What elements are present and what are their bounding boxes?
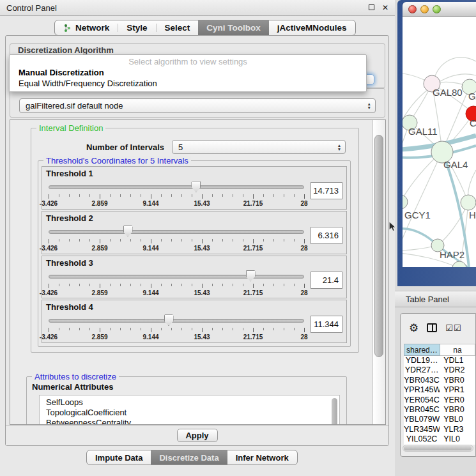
tick-label: 21.715: [243, 245, 263, 252]
table-cell[interactable]: YPR1: [440, 385, 475, 395]
close-panel-icon[interactable]: ✕: [382, 4, 388, 12]
table-row[interactable]: YPR145WYPR1: [404, 385, 475, 395]
panel-scrollbar-thumb[interactable]: [374, 135, 383, 357]
tab-select[interactable]: Select: [157, 20, 199, 35]
tick-label: 2.859: [91, 200, 107, 207]
threshold-label: Threshold 3: [46, 258, 342, 268]
table-data-combobox[interactable]: galFiltered.sif default node ▲▼: [19, 98, 376, 113]
slider-track[interactable]: [49, 230, 304, 234]
table-row[interactable]: YBR043CYBR0: [404, 376, 475, 385]
column-header-shared-name[interactable]: shared…: [404, 344, 440, 356]
attributes-list-scrollbar[interactable]: [332, 398, 337, 425]
tick-label: 21.715: [243, 200, 263, 207]
table-cell[interactable]: YBR0: [440, 376, 475, 385]
slider-track[interactable]: [49, 185, 304, 189]
interval-definition-group: Interval Definition Number of Intervals …: [31, 128, 359, 353]
combo-stepper-icon: ▲▼: [367, 102, 371, 109]
table-cell[interactable]: YLR3: [440, 425, 475, 434]
control-panel-titlebar: Control Panel ✕: [0, 0, 395, 16]
node-partial: [452, 261, 466, 267]
combo-stepper-icon: ▲▼: [337, 144, 341, 151]
slider-track[interactable]: [49, 319, 304, 323]
table-cell[interactable]: YBL0: [440, 415, 475, 424]
minimize-traffic-light-icon[interactable]: [420, 5, 429, 13]
table-row[interactable]: YDL19…YDL1: [404, 356, 475, 365]
tick-label: 2.859: [91, 289, 107, 296]
tick-label: 2.859: [91, 334, 107, 341]
tick-label: -3.426: [40, 245, 58, 252]
algorithm-option-equal-width[interactable]: Equal Width/Frequency Discretization: [10, 78, 366, 89]
slider-track[interactable]: [49, 275, 304, 279]
network-canvas[interactable]: GAL80 GA C GAL11 GAL4 GCY1 H HAP2: [403, 17, 476, 267]
table-row[interactable]: YIL052CYIL0: [404, 434, 475, 444]
tick-label: -3.426: [40, 200, 58, 207]
tab-jactivemnodules[interactable]: jActiveMNodules: [269, 20, 355, 35]
tick-label: 28: [300, 289, 307, 296]
table-data-selected-value: galFiltered.sif default node: [26, 101, 367, 111]
slider-thumb[interactable]: [246, 270, 256, 282]
table-cell[interactable]: YBR043C: [404, 376, 440, 385]
panel-vertical-scrollbar[interactable]: [372, 120, 385, 424]
tick-label: 28: [300, 334, 307, 341]
table-cell[interactable]: YBR045C: [404, 405, 440, 415]
attribute-item[interactable]: BetweennessCentrality: [46, 418, 339, 425]
table-row[interactable]: YLR345WYLR3: [404, 425, 475, 434]
table-panel-titlebar: Table Panel: [395, 291, 476, 307]
table-cell[interactable]: YLR345W: [404, 425, 440, 434]
top-tab-bar: Network Style Select Cyni Toolbox jActiv…: [54, 20, 356, 36]
float-window-icon[interactable]: [369, 4, 374, 12]
table-cell[interactable]: YIL0: [440, 434, 475, 444]
apply-button[interactable]: Apply: [177, 429, 218, 442]
table-cell[interactable]: YDL19…: [404, 356, 440, 365]
table-cell[interactable]: YDR2: [440, 365, 475, 375]
attributes-group: Attributes to discretize Numerical Attri…: [26, 376, 347, 425]
table-row[interactable]: YDR27…YDR2: [404, 365, 475, 375]
tab-discretize-data[interactable]: Discretize Data: [151, 450, 227, 464]
thresholds-group: Threshold's Coordinates for 5 Intervals …: [38, 160, 351, 347]
table-cell[interactable]: YDR27…: [404, 365, 440, 375]
slider-ticks: [49, 194, 304, 199]
slider-tick-labels: -3.4262.8599.14415.4321.71528: [49, 245, 304, 252]
attribute-item[interactable]: TopologicalCoefficient: [46, 408, 339, 418]
table-cell[interactable]: YIL052C: [404, 434, 440, 444]
table-horizontal-scrollbar[interactable]: [403, 445, 473, 452]
node-h: [461, 195, 476, 210]
number-of-intervals-label: Number of Intervals: [86, 142, 164, 152]
zoom-traffic-light-icon[interactable]: [433, 5, 441, 13]
columns-icon[interactable]: [427, 323, 437, 332]
checked-checkbox-icon[interactable]: ☑☑: [445, 324, 461, 332]
slider-tick-labels: -3.4262.8599.14415.4321.71528: [49, 200, 304, 208]
table-row[interactable]: YBR045CYBR0: [404, 405, 475, 415]
threshold-value-field[interactable]: 11.344: [311, 316, 342, 333]
tab-style[interactable]: Style: [118, 20, 155, 35]
table-cell[interactable]: YDL1: [440, 356, 475, 365]
attribute-item[interactable]: SelfLoops: [46, 397, 339, 408]
table-row[interactable]: YER054CYER0: [404, 395, 475, 405]
gear-icon[interactable]: ⚙: [409, 323, 418, 334]
table-cell[interactable]: YBR0: [440, 405, 475, 415]
threshold-row: Threshold 2 -3.4262.8599.14415.4321.7152…: [42, 211, 347, 254]
tab-network[interactable]: Network: [55, 20, 118, 35]
close-traffic-light-icon[interactable]: [408, 5, 417, 13]
threshold-value-field[interactable]: 6.316: [311, 227, 342, 244]
algorithm-option-manual[interactable]: Manual Discretization: [10, 67, 366, 78]
table-row[interactable]: YBL079WYBL0: [404, 415, 475, 424]
slider-thumb[interactable]: [164, 314, 174, 326]
table-scrollbar-thumb[interactable]: [404, 446, 472, 450]
table-cell[interactable]: YPR145W: [404, 385, 440, 395]
number-of-intervals-combobox[interactable]: 5 ▲▼: [172, 140, 346, 154]
number-of-intervals-value: 5: [178, 142, 337, 152]
table-cell[interactable]: YER0: [440, 395, 475, 405]
tab-impute-data[interactable]: Impute Data: [87, 450, 151, 464]
tick-label: -3.426: [40, 334, 58, 341]
table-cell[interactable]: YBL079W: [404, 415, 440, 424]
threshold-value-field[interactable]: 21.4: [311, 272, 342, 289]
column-header-name[interactable]: na: [440, 344, 475, 356]
slider-thumb[interactable]: [191, 181, 201, 192]
tick-label: 9.144: [142, 289, 158, 296]
slider-thumb[interactable]: [123, 226, 133, 237]
tab-cyni-toolbox[interactable]: Cyni Toolbox: [198, 20, 269, 35]
threshold-value-field[interactable]: 14.713: [311, 182, 342, 199]
tab-infer-network[interactable]: Infer Network: [227, 450, 297, 464]
table-cell[interactable]: YER054C: [404, 395, 440, 405]
